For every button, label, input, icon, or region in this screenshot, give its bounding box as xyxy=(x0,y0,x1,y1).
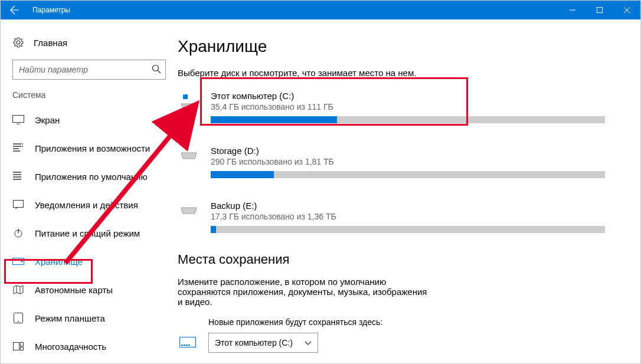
svg-rect-19 xyxy=(186,345,188,346)
sidebar: Главная Система Экран Приложения и возмо… xyxy=(1,19,178,363)
drive-name: Этот компьютер (C:) xyxy=(211,91,605,101)
power-icon xyxy=(12,228,24,238)
svg-rect-13 xyxy=(21,347,24,350)
main-pane: Хранилище Выберите диск и посмотрите, чт… xyxy=(178,19,640,363)
svg-rect-17 xyxy=(181,345,183,346)
home-label: Главная xyxy=(34,38,67,48)
sidebar-item-tablet[interactable]: Режим планшета xyxy=(1,304,178,332)
notifications-icon xyxy=(12,200,24,209)
minimize-icon xyxy=(570,7,575,13)
sidebar-item-label: Уведомления и действия xyxy=(35,200,138,210)
sidebar-item-label: Многозадачность xyxy=(35,342,106,352)
window-title: Параметры xyxy=(29,6,70,14)
sidebar-group-label: Система xyxy=(1,90,178,106)
maps-icon xyxy=(12,285,24,294)
drive-c[interactable]: Этот компьютер (C:) 35,4 ГБ использовано… xyxy=(178,87,607,127)
sidebar-item-power[interactable]: Питание и спящий режим xyxy=(1,219,178,247)
display-icon xyxy=(12,115,24,124)
svg-point-10 xyxy=(18,321,19,322)
drive-windows-icon xyxy=(180,91,200,123)
sidebar-item-label: Хранилище xyxy=(35,257,83,267)
drive-d[interactable]: Storage (D:) 290 ГБ использовано из 1,81… xyxy=(178,142,607,182)
sidebar-item-label: Автономные карты xyxy=(35,285,113,295)
svg-point-8 xyxy=(21,261,23,263)
sidebar-item-storage[interactable]: Хранилище xyxy=(1,247,178,276)
svg-point-1 xyxy=(153,65,159,71)
sidebar-item-label: Экран xyxy=(35,115,60,125)
drive-bar xyxy=(211,116,605,123)
sidebar-item-default-apps[interactable]: Приложения по умолчанию xyxy=(1,162,178,191)
drive-e[interactable]: Backup (E:) 17,3 ГБ использовано из 1,36… xyxy=(178,197,607,237)
apps-icon xyxy=(12,143,24,153)
drive-icon xyxy=(180,146,200,178)
page-title: Хранилище xyxy=(178,37,607,56)
svg-rect-15 xyxy=(183,94,185,97)
search-icon xyxy=(152,64,161,76)
drive-bar xyxy=(211,226,605,233)
svg-rect-0 xyxy=(597,8,603,13)
save-locations-heading: Места сохранения xyxy=(178,252,607,267)
arrow-left-icon xyxy=(10,5,19,15)
select-value: Этот компьютер (C:) xyxy=(215,338,293,347)
sidebar-item-label: Питание и спящий режим xyxy=(35,228,140,238)
svg-rect-18 xyxy=(184,345,185,346)
sidebar-item-label: Приложения по умолчанию xyxy=(35,172,148,182)
search-input[interactable] xyxy=(12,60,166,80)
svg-rect-2 xyxy=(13,116,24,123)
multitask-icon xyxy=(12,342,24,350)
drive-bar xyxy=(211,171,605,178)
svg-rect-11 xyxy=(14,343,19,350)
sidebar-item-multitask[interactable]: Многозадачность xyxy=(1,332,178,360)
svg-rect-5 xyxy=(14,201,24,208)
svg-rect-20 xyxy=(188,345,190,346)
tablet-icon xyxy=(12,313,24,323)
page-subtitle: Выберите диск и посмотрите, что занимает… xyxy=(178,68,607,78)
drive-usage: 35,4 ГБ использовано из 111 ГБ xyxy=(211,102,605,112)
drive-usage: 290 ГБ использовано из 1,81 ТБ xyxy=(211,157,605,166)
drive-usage: 17,3 ГБ использовано из 1,36 ТБ xyxy=(211,212,605,221)
gear-icon xyxy=(12,37,24,48)
save-locations-desc: Измените расположение, в котором по умол… xyxy=(178,277,431,307)
drive-name: Storage (D:) xyxy=(211,146,605,156)
drive-icon xyxy=(180,201,200,233)
sidebar-item-display[interactable]: Экран xyxy=(1,106,178,134)
titlebar: Параметры xyxy=(1,1,640,19)
close-button[interactable] xyxy=(613,1,640,19)
save-apps-select[interactable]: Этот компьютер (C:) xyxy=(208,333,318,353)
sidebar-item-apps[interactable]: Приложения и возможности xyxy=(1,134,178,162)
sidebar-item-maps[interactable]: Автономные карты xyxy=(1,276,178,304)
close-icon xyxy=(624,7,630,13)
home-link[interactable]: Главная xyxy=(1,31,178,54)
back-button[interactable] xyxy=(1,1,29,19)
maximize-icon xyxy=(597,7,603,13)
sidebar-item-label: Приложения и возможности xyxy=(35,143,150,153)
sidebar-item-notifications[interactable]: Уведомления и действия xyxy=(1,191,178,219)
chevron-down-icon xyxy=(305,338,312,347)
sidebar-item-label: Режим планшета xyxy=(35,313,105,323)
save-apps-label: Новые приложения будут сохраняться здесь… xyxy=(178,317,607,327)
svg-point-4 xyxy=(22,146,23,147)
maximize-button[interactable] xyxy=(586,1,613,19)
svg-point-3 xyxy=(22,143,23,145)
storage-icon xyxy=(12,258,24,265)
svg-rect-12 xyxy=(21,343,24,346)
minimize-button[interactable] xyxy=(559,1,586,19)
apps-location-icon xyxy=(178,337,198,349)
drive-name: Backup (E:) xyxy=(211,201,605,211)
default-apps-icon xyxy=(12,171,24,182)
